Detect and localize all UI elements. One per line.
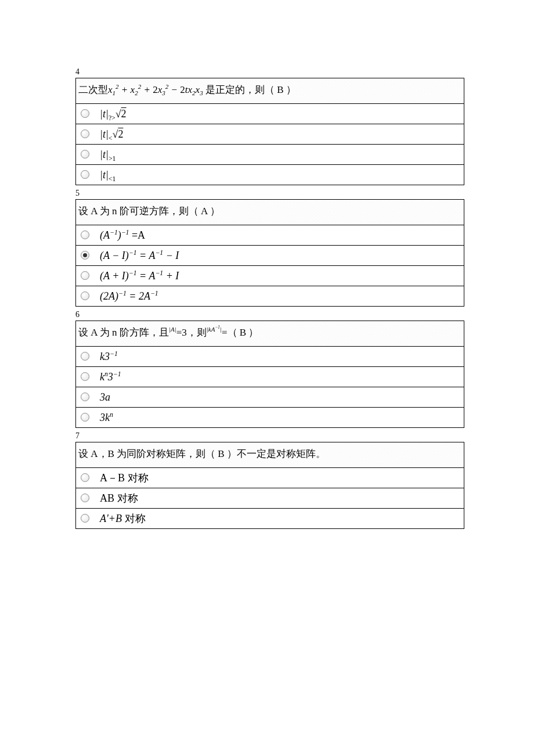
option-row[interactable]: (2A)−1 = 2A−1 — [76, 286, 464, 306]
radio-icon[interactable] — [81, 352, 89, 361]
option-text: AB 对称 — [100, 493, 138, 503]
question-stem: 设 A 为 n 阶方阵，且|A|=3，则|kA−1|=（ B ） — [76, 321, 464, 347]
question-number: 4 — [75, 67, 464, 77]
radio-icon[interactable] — [81, 494, 89, 502]
question-stem: 设 A，B 为同阶对称矩阵，则（ B ）不一定是对称矩阵。 — [76, 442, 464, 468]
option-text: A'+B 对称 — [100, 513, 146, 524]
option-row[interactable]: |t|?>√2 — [76, 104, 464, 124]
option-text: (A − I)−1 = A−1 − I — [100, 250, 179, 261]
radio-icon[interactable] — [81, 291, 89, 300]
option-row[interactable]: |t|<√2 — [76, 124, 464, 145]
option-row[interactable]: 3a — [76, 387, 464, 408]
option-text: (A + I)−1 = A−1 + I — [100, 271, 179, 281]
option-row[interactable]: (A + I)−1 = A−1 + I — [76, 266, 464, 286]
option-row[interactable]: kn3−1 — [76, 367, 464, 387]
option-text: (A−1)−1 =A — [100, 230, 145, 240]
option-row[interactable]: A－B 对称 — [76, 468, 464, 488]
option-text: 3a — [100, 392, 110, 402]
question-block: 设 A，B 为同阶对称矩阵，则（ B ）不一定是对称矩阵。A－B 对称AB 对称… — [75, 442, 464, 529]
option-text: kn3−1 — [100, 372, 121, 382]
radio-icon[interactable] — [81, 393, 89, 401]
radio-icon[interactable] — [81, 413, 89, 422]
radio-icon[interactable] — [81, 271, 89, 280]
option-row[interactable]: |t|<1 — [76, 165, 464, 185]
option-row[interactable]: AB 对称 — [76, 488, 464, 509]
question-block: 二次型x12 + x22 + 2x32 − 2tx2x3 是正定的，则（ B ）… — [75, 78, 464, 185]
option-text: 3kn — [100, 412, 113, 423]
option-text: |t|<√2 — [100, 129, 123, 139]
option-text: |t|>1 — [100, 149, 116, 160]
radio-icon[interactable] — [81, 150, 89, 159]
question-block: 设 A 为 n 阶方阵，且|A|=3，则|kA−1|=（ B ）k3−1kn3−… — [75, 321, 464, 428]
option-row[interactable]: 3kn — [76, 408, 464, 427]
option-row[interactable]: A'+B 对称 — [76, 509, 464, 528]
radio-icon[interactable] — [81, 109, 89, 118]
option-row[interactable]: |t|>1 — [76, 145, 464, 165]
radio-icon[interactable] — [81, 231, 89, 239]
option-text: (2A)−1 = 2A−1 — [100, 291, 158, 301]
radio-icon[interactable] — [81, 473, 89, 482]
option-row[interactable]: (A−1)−1 =A — [76, 225, 464, 246]
question-stem: 二次型x12 + x22 + 2x32 − 2tx2x3 是正定的，则（ B ） — [76, 78, 464, 104]
radio-icon[interactable] — [81, 514, 89, 523]
option-text: |t|?>√2 — [100, 109, 127, 119]
radio-icon[interactable] — [81, 129, 89, 138]
question-block: 设 A 为 n 阶可逆方阵，则（ A ）(A−1)−1 =A(A − I)−1 … — [75, 199, 464, 307]
radio-icon[interactable] — [81, 170, 89, 179]
question-stem: 设 A 为 n 阶可逆方阵，则（ A ） — [76, 200, 464, 225]
option-text: k3−1 — [100, 351, 118, 362]
radio-icon[interactable] — [81, 372, 89, 381]
option-row[interactable]: (A − I)−1 = A−1 − I — [76, 246, 464, 266]
option-row[interactable]: k3−1 — [76, 347, 464, 367]
option-text: A－B 对称 — [100, 473, 149, 483]
question-number: 5 — [75, 189, 464, 198]
question-number: 6 — [75, 310, 464, 319]
radio-icon[interactable] — [81, 251, 89, 260]
option-text: |t|<1 — [100, 170, 116, 180]
question-number: 7 — [75, 431, 464, 441]
